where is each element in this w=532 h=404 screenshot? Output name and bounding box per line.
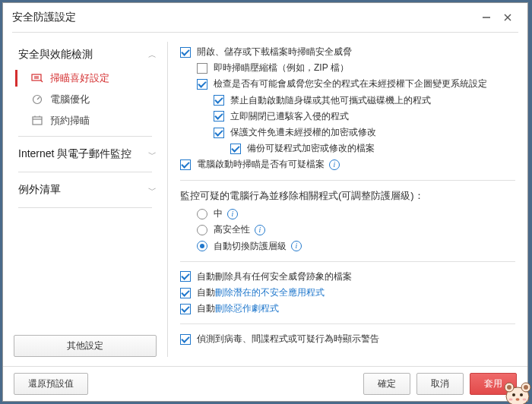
checkbox-auto-delete-joke[interactable] (180, 304, 191, 314)
info-icon[interactable]: i (227, 209, 238, 219)
checkbox-scan-zip[interactable] (197, 63, 207, 74)
svg-point-18 (512, 393, 515, 396)
label: 電腦啟動時掃瞄是否有可疑檔案 (197, 157, 325, 172)
label: 備份可疑程式加密或修改的檔案 (247, 141, 375, 156)
window-title: 安全防護設定 (12, 11, 76, 24)
svg-line-6 (41, 80, 43, 82)
label: 開啟、儲存或下載檔案時掃瞄安全威脅 (197, 45, 352, 59)
svg-point-17 (524, 385, 528, 390)
svg-point-19 (520, 393, 523, 396)
label: 禁止自動啟動隨身碟或其他可攜式磁碟機上的程式 (230, 93, 431, 108)
minimize-button[interactable] (476, 8, 497, 27)
checkbox-close-hacked[interactable] (214, 111, 224, 122)
checkbox-auto-delete-unsafe[interactable] (180, 288, 191, 298)
label: 保護文件免遭未經授權的加密或修改 (230, 125, 376, 140)
settings-window: 安全防護設定 安全與效能檢測 ︿ 掃瞄 (2, 2, 528, 402)
label: 即時掃瞄壓縮檔（例如，ZIP 檔） (214, 61, 349, 75)
svg-point-21 (509, 399, 513, 401)
footer: 還原預設值 確定 取消 套用 (3, 366, 527, 401)
info-icon[interactable]: i (291, 241, 302, 251)
other-settings-button[interactable]: 其他設定 (14, 335, 157, 357)
link-joke-programs[interactable]: 刪除惡作劇程式 (215, 303, 279, 314)
info-icon[interactable]: i (329, 159, 340, 170)
checkbox-auto-delete-threat[interactable] (180, 271, 191, 282)
restore-defaults-button[interactable]: 還原預設值 (14, 373, 88, 395)
close-button[interactable] (497, 8, 518, 27)
sidebar-section-label: 安全與效能檢測 (18, 48, 93, 62)
checkbox-scan-on-boot[interactable] (180, 159, 191, 170)
label: 立即關閉已遭駭客入侵的程式 (230, 109, 349, 124)
svg-rect-9 (33, 117, 42, 125)
radio-level-high[interactable] (197, 225, 207, 235)
checkbox-block-autorun[interactable] (214, 95, 224, 106)
chevron-up-icon: ︿ (148, 49, 157, 61)
chevron-down-icon: ﹀ (148, 185, 157, 196)
label: 高安全性 (214, 223, 250, 237)
calendar-icon (30, 115, 44, 127)
sidebar-item-label: 預約掃瞄 (50, 114, 90, 128)
chevron-down-icon: ﹀ (148, 149, 157, 160)
label-prefix: 自動 (197, 287, 215, 298)
cancel-button[interactable]: 取消 (416, 373, 464, 395)
svg-point-20 (516, 398, 520, 401)
sidebar-section-label: Internet 與電子郵件監控 (18, 147, 131, 161)
label: 自動刪除具有任何安全威脅跡象的檔案 (197, 270, 352, 284)
checkbox-protect-docs[interactable] (214, 128, 224, 138)
ok-button[interactable]: 確定 (363, 373, 410, 395)
sidebar-section-label: 例外清單 (18, 183, 61, 197)
checkbox-check-unauth[interactable] (197, 79, 207, 90)
sidebar-section-exceptions[interactable]: 例外清單 ﹀ (11, 177, 160, 203)
sidebar-section-internet[interactable]: Internet 與電子郵件監控 ﹀ (11, 141, 160, 167)
radio-level-medium[interactable] (197, 209, 207, 219)
label: 檢查是否有可能會威脅您安全的程式在未經授權下企圖變更系統設定 (214, 77, 487, 91)
link-unsafe-apps[interactable]: 刪除潛在的不安全應用程式 (215, 287, 325, 298)
section-title: 監控可疑的電腦行為並移除相關程式(可調整防護層級)： (180, 188, 515, 204)
label: 中 (214, 207, 223, 221)
sidebar-item-scan-prefs[interactable]: 掃瞄喜好設定 (11, 68, 160, 89)
checkbox-scan-on-open[interactable] (180, 47, 191, 58)
checkbox-show-warning[interactable] (180, 334, 191, 345)
svg-point-16 (507, 385, 511, 390)
radio-level-auto[interactable] (197, 241, 207, 251)
info-icon[interactable]: i (255, 225, 265, 235)
sliders-icon (30, 72, 44, 84)
svg-point-22 (523, 399, 527, 401)
sidebar-item-optimize[interactable]: 電腦優化 (11, 89, 160, 110)
sidebar-item-scheduled-scan[interactable]: 預約掃瞄 (11, 110, 160, 131)
checkbox-backup-suspicious[interactable] (230, 144, 241, 154)
content-panel: 開啟、儲存或下載檔案時掃瞄安全威脅 即時掃瞄壓縮檔（例如，ZIP 檔） 檢查是否… (168, 33, 527, 366)
gauge-icon (30, 93, 44, 106)
label: 偵測到病毒、間諜程式或可疑行為時顯示警告 (197, 332, 379, 346)
sidebar-item-label: 掃瞄喜好設定 (50, 71, 109, 85)
label-prefix: 自動 (197, 303, 215, 314)
sidebar: 安全與效能檢測 ︿ 掃瞄喜好設定 (3, 33, 167, 366)
label: 自動切換防護層級 (214, 239, 287, 254)
sidebar-section-security[interactable]: 安全與效能檢測 ︿ (11, 42, 160, 68)
svg-rect-3 (32, 74, 41, 80)
sidebar-item-label: 電腦優化 (50, 93, 90, 106)
titlebar: 安全防護設定 (3, 3, 527, 32)
svg-line-8 (37, 97, 40, 99)
mascot-icon (500, 377, 532, 404)
